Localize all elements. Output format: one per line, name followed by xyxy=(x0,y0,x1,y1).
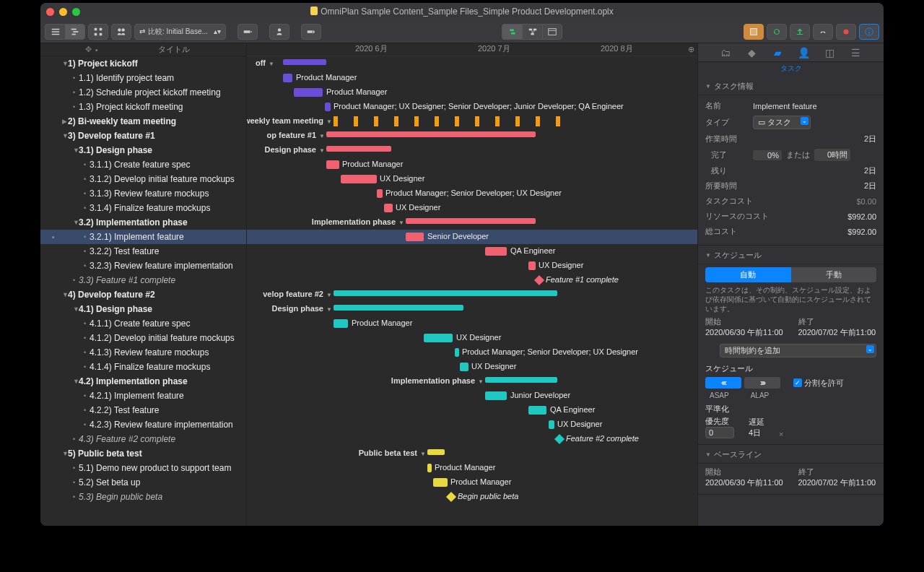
gantt-row[interactable]: Product Manager xyxy=(247,71,697,85)
outline-row[interactable]: •3.1.1) Create feature spec xyxy=(40,157,246,172)
outline-row[interactable]: •4.1.3) Review feature mockups xyxy=(40,345,246,360)
schedule-mode-segment[interactable]: 自動 手動 xyxy=(705,267,876,282)
inspector-toggle-button[interactable] xyxy=(859,24,879,40)
outline-row[interactable]: •3.1.4) Finalize feature mockups xyxy=(40,201,246,215)
gantt-row[interactable]: Public beta test▼ xyxy=(247,446,697,461)
section-baseline-header[interactable]: ▼ベースライン xyxy=(698,445,884,464)
done-percent[interactable]: 0% xyxy=(753,150,782,160)
gantt-row[interactable]: weekly team meeting▼ xyxy=(247,114,697,129)
record-button[interactable] xyxy=(836,24,856,40)
outline-row[interactable]: •3.3) Feature #1 complete xyxy=(40,273,246,287)
view-mode-list-button[interactable] xyxy=(45,24,65,40)
gantt-row[interactable]: Implementation phase▼ xyxy=(247,215,697,230)
outline-row[interactable]: •4.2.3) Review feature implementation xyxy=(40,417,246,432)
outline-row[interactable]: ▶2) Bi-weekly team meeting xyxy=(40,114,246,129)
taskcost-value[interactable]: $0.00 xyxy=(757,197,876,206)
outline-row[interactable]: ▼1) Project kickoff xyxy=(40,56,246,71)
gantt-row[interactable]: off▼ xyxy=(247,56,697,71)
outline-row[interactable]: ▪•3.2.1) Implement feature xyxy=(40,230,246,244)
gantt-row[interactable]: UX Designer xyxy=(247,417,697,432)
minimize-window-button[interactable] xyxy=(59,8,67,16)
gantt-row[interactable]: Feature #1 complete xyxy=(247,273,697,287)
gantt-row[interactable]: Senior Developer xyxy=(247,230,697,244)
name-value[interactable]: Implement feature xyxy=(753,102,876,110)
remain-value[interactable]: 2日 xyxy=(753,165,876,176)
clear-delay-button[interactable]: × xyxy=(779,430,783,438)
effort-value[interactable]: 2日 xyxy=(753,134,876,144)
baseline-compare-dropdown[interactable]: ⇄比較: Initial Base...▴▾ xyxy=(134,24,226,40)
schedule-manual-button[interactable]: 手動 xyxy=(791,267,877,282)
outline-row[interactable]: •4.1.1) Create feature spec xyxy=(40,316,246,331)
outline-row[interactable]: ▼3) Develop feature #1 xyxy=(40,129,246,143)
assign-resource-button[interactable] xyxy=(269,24,289,40)
gantt-row[interactable]: Design phase▼ xyxy=(247,302,697,316)
gantt-row[interactable]: Implementation phase▼ xyxy=(247,374,697,389)
alap-button[interactable]: ››› xyxy=(744,377,780,389)
outline-row[interactable]: •3.2.2) Test feature xyxy=(40,244,246,259)
gantt-row[interactable]: Design phase▼ xyxy=(247,143,697,157)
tab-milestone-icon[interactable]: ◆ xyxy=(744,47,759,58)
outline-row[interactable]: ▼4.2) Implementation phase xyxy=(40,374,246,389)
tab-task-icon[interactable]: ▰ xyxy=(770,47,785,58)
section-task-info-header[interactable]: ▼タスク情報 xyxy=(698,77,884,95)
gantt-row[interactable]: UX Designer xyxy=(247,331,697,345)
gantt-row[interactable]: UX Designer xyxy=(247,360,697,374)
outline-row[interactable]: •1.2) Schedule project kickoff meeting xyxy=(40,85,246,100)
calendar-view-button[interactable] xyxy=(542,24,562,40)
view-mode-network-button[interactable] xyxy=(88,24,108,40)
gantt-chart[interactable]: ⊕ 2020 6月2020 7月2020 8月 off▼Product Mana… xyxy=(247,43,697,526)
outline-row[interactable]: •3.1.2) Develop initial feature mockups xyxy=(40,172,246,186)
end-value[interactable]: 2020/07/02 午前11:00 xyxy=(798,327,877,338)
outline-row[interactable]: •3.2.3) Review feature implementation xyxy=(40,259,246,273)
gantt-row[interactable]: Product Manager xyxy=(247,461,697,475)
sync-button[interactable] xyxy=(767,24,787,40)
chart-view-button[interactable] xyxy=(502,24,522,40)
gantt-row[interactable]: velop feature #2▼ xyxy=(247,287,697,302)
outline-row[interactable]: •5.1) Demo new product to support team xyxy=(40,461,246,475)
gantt-row[interactable]: Junior Developer xyxy=(247,389,697,403)
close-window-button[interactable] xyxy=(46,8,54,16)
resources-button[interactable] xyxy=(111,24,131,40)
add-task-button[interactable] xyxy=(237,24,258,40)
duration-value[interactable]: 2日 xyxy=(753,181,876,191)
outline-row[interactable]: ▼3.2) Implementation phase xyxy=(40,215,246,230)
zoom-icon[interactable]: ⊕ xyxy=(688,45,694,54)
outline-list[interactable]: ▼1) Project kickoff•1.1) Identify projec… xyxy=(40,56,246,526)
section-schedule-header[interactable]: ▼スケジュール xyxy=(698,246,884,264)
start-value[interactable]: 2020/06/30 午前11:00 xyxy=(705,327,784,338)
outline-row[interactable]: ▼5) Public beta test xyxy=(40,446,246,461)
schedule-auto-button[interactable]: 自動 xyxy=(705,267,791,282)
tab-resource-icon[interactable]: 👤 xyxy=(797,47,811,58)
outline-row[interactable]: •4.1.2) Develop initial feature mockups xyxy=(40,331,246,345)
gantt-row[interactable]: Product Manager; Senior Developer; UX De… xyxy=(247,345,697,360)
gantt-row[interactable]: Product Manager; Senior Developer; UX De… xyxy=(247,186,697,201)
allow-split-checkbox[interactable]: ✓分割を許可 xyxy=(793,378,844,389)
outline-row[interactable]: •1.3) Project kickoff meeting xyxy=(40,100,246,114)
done-hours[interactable]: 0時間 xyxy=(814,149,850,161)
gantt-row[interactable]: Feature #2 complete xyxy=(247,432,697,446)
gantt-row[interactable]: Product Manager xyxy=(247,475,697,490)
outline-row[interactable]: ▼4.1) Design phase xyxy=(40,302,246,316)
gantt-row[interactable]: Product Manager; UX Designer; Senior Dev… xyxy=(247,100,697,114)
gantt-row[interactable]: UX Designer xyxy=(247,201,697,215)
catch-up-button[interactable] xyxy=(301,24,321,40)
outline-row[interactable]: •4.1.4) Finalize feature mockups xyxy=(40,360,246,374)
outline-row[interactable]: •4.2.2) Test feature xyxy=(40,403,246,417)
gantt-row[interactable]: Product Manager xyxy=(247,85,697,100)
outline-row[interactable]: •4.2.1) Implement feature xyxy=(40,389,246,403)
tab-project-icon[interactable]: 🗂 xyxy=(718,47,733,58)
outline-row[interactable]: •4.3) Feature #2 complete xyxy=(40,432,246,446)
gantt-row[interactable]: Begin public beta xyxy=(247,490,697,504)
download-button[interactable] xyxy=(813,24,833,40)
gantt-row[interactable]: QA Engineer xyxy=(247,244,697,259)
outline-row[interactable]: ▼3.1) Design phase xyxy=(40,143,246,157)
publish-button[interactable] xyxy=(790,24,810,40)
add-constraint-select[interactable]: 時間制約を追加⌄ xyxy=(720,344,876,358)
tab-styles-icon[interactable]: ◫ xyxy=(823,47,837,58)
tab-custom-icon[interactable]: ☰ xyxy=(849,47,863,58)
outline-row[interactable]: •3.1.3) Review feature mockups xyxy=(40,186,246,201)
gantt-row[interactable]: UX Designer xyxy=(247,172,697,186)
network-view-button[interactable] xyxy=(522,24,542,40)
outline-row[interactable]: ▼4) Develop feature #2 xyxy=(40,287,246,302)
asap-button[interactable]: ‹‹‹ xyxy=(705,377,741,389)
